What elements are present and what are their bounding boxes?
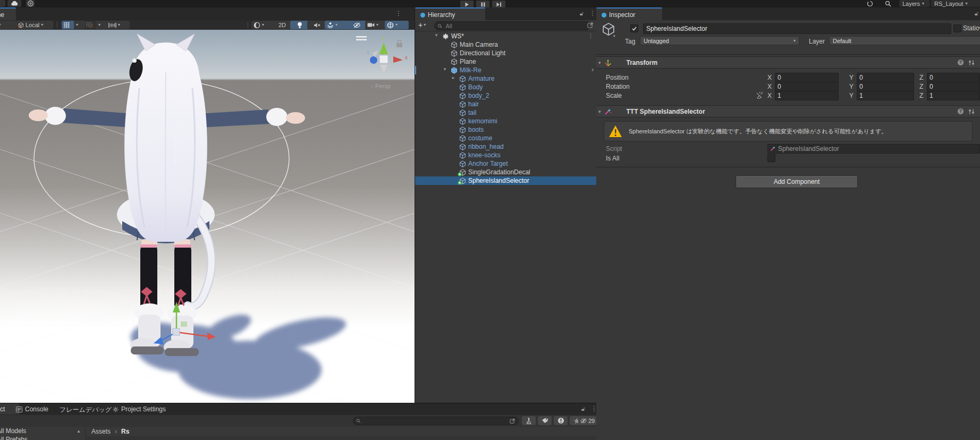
- hierarchy-item-body[interactable]: Body: [415, 83, 597, 91]
- foldout-arrow[interactable]: ▾: [598, 109, 601, 114]
- scene-visibility-toggle[interactable]: [347, 21, 367, 29]
- hierarchy-item-boots[interactable]: boots: [415, 125, 597, 134]
- hierarchy-item-costume[interactable]: costume: [415, 134, 597, 142]
- hierarchy-item-ribbon-head[interactable]: ribbon_head: [415, 142, 597, 151]
- perspective-label[interactable]: ‹ Persp: [371, 83, 391, 89]
- scale-x-input[interactable]: [775, 91, 838, 100]
- project-search[interactable]: [353, 417, 519, 425]
- prefab-open-chevron-icon[interactable]: ›: [592, 66, 594, 73]
- favorites-item-all-prefabs[interactable]: All Prefabs: [0, 435, 85, 440]
- hierarchy-item-ws-[interactable]: ▾WS*⋮: [415, 32, 597, 40]
- lighting-toggle[interactable]: [290, 21, 309, 29]
- 2d-toggle[interactable]: 2D: [273, 21, 292, 29]
- collapse-arrow-icon[interactable]: ▲: [77, 429, 81, 434]
- search-by-label-button[interactable]: [538, 416, 552, 425]
- transform-component-header[interactable]: ▾ Transform ?: [596, 56, 980, 69]
- alert-filter-button[interactable]: [554, 416, 568, 425]
- create-object-button[interactable]: + ▾: [418, 21, 426, 29]
- hierarchy-item-tail[interactable]: tail: [415, 108, 597, 117]
- audio-toggle[interactable]: [307, 21, 326, 29]
- active-checkbox[interactable]: [630, 24, 638, 32]
- cloud-button[interactable]: [7, 0, 21, 7]
- scene-row-kebab-icon[interactable]: ⋮: [588, 32, 594, 39]
- layer-dropdown[interactable]: Default: [829, 36, 980, 45]
- scene-orientation-gizmo[interactable]: y x z: [367, 35, 408, 73]
- scene-menu-kebab-icon[interactable]: ⋮: [395, 10, 402, 16]
- lock-icon[interactable]: 🔓︎: [581, 405, 585, 412]
- hierarchy-item-milk-re[interactable]: ▾Milk-Re›: [415, 66, 597, 74]
- tab-inspector[interactable]: Inspector: [596, 7, 662, 21]
- help-icon[interactable]: ?: [957, 108, 964, 115]
- tab-hierarchy[interactable]: Hierarchy: [415, 7, 485, 21]
- clipped-toolbar-button[interactable]: [0, 0, 5, 7]
- rotation-x-input[interactable]: [775, 82, 838, 91]
- hierarchy-search-input[interactable]: [444, 22, 587, 30]
- scale-y-input[interactable]: [857, 91, 914, 100]
- rotation-z-input[interactable]: [927, 82, 979, 91]
- foldout-arrow[interactable]: ▾: [442, 66, 448, 72]
- presets-icon[interactable]: [968, 108, 975, 115]
- hierarchy-item-main-camera[interactable]: Main Camera: [415, 40, 597, 49]
- gameobject-name-input[interactable]: [644, 24, 951, 33]
- gameobject-name-field[interactable]: [643, 23, 951, 34]
- camera-dropdown[interactable]: ▾: [365, 21, 387, 29]
- foldout-arrow[interactable]: ▾: [598, 60, 601, 65]
- is-all-checkbox[interactable]: [767, 154, 775, 162]
- breadcrumb-current-folder[interactable]: Rs: [121, 428, 129, 435]
- pivot-dropdown[interactable]: Pivot ▾: [0, 21, 16, 29]
- search-by-type-button[interactable]: [522, 416, 536, 425]
- tag-dropdown[interactable]: Untagged ▾: [640, 36, 799, 45]
- services-button[interactable]: [26, 0, 35, 7]
- scale-z-input[interactable]: [927, 91, 979, 100]
- hierarchy-item-plane[interactable]: Plane: [415, 57, 597, 66]
- tab-console[interactable]: Console: [16, 405, 48, 413]
- presets-icon[interactable]: [968, 60, 975, 66]
- undo-history-button[interactable]: [865, 0, 875, 7]
- chevron-down-icon[interactable]: ▾: [613, 34, 615, 38]
- hierarchy-item-kemomimi[interactable]: kemomimi: [415, 117, 597, 125]
- layers-dropdown[interactable]: Layers ▾: [899, 0, 930, 7]
- scene-viewport[interactable]: y x z ‹ Persp: [0, 30, 415, 403]
- link-scale-icon[interactable]: [756, 92, 763, 99]
- foldout-arrow[interactable]: ▾: [433, 32, 440, 38]
- tab-scene[interactable]: Scene: [0, 7, 16, 21]
- foldout-arrow[interactable]: ▸: [450, 75, 457, 80]
- static-checkbox[interactable]: [953, 24, 961, 32]
- hierarchy-item-body-2[interactable]: body_2: [415, 91, 597, 100]
- editor-search-button[interactable]: [883, 0, 893, 7]
- position-x-input[interactable]: [775, 73, 838, 82]
- grid-snap-options[interactable]: ▾: [96, 21, 107, 29]
- snap-increment-dropdown[interactable]: ▾: [106, 21, 130, 29]
- hierarchy-menu-kebab-icon[interactable]: ⋮: [589, 10, 596, 16]
- drag-handle-icon[interactable]: [356, 36, 367, 40]
- ttt-component-header[interactable]: ▾ TTT SphereIslandSelector ?: [596, 105, 980, 117]
- position-z-input[interactable]: [927, 73, 979, 82]
- lock-icon[interactable]: 🔓︎: [580, 10, 584, 17]
- tab-project-settings[interactable]: Project Settings: [113, 405, 166, 413]
- component-tools-dropdown[interactable]: ▾: [385, 21, 409, 29]
- hierarchy-item-hair[interactable]: hair: [415, 100, 597, 108]
- tab-frame-debugger[interactable]: フレームデバッグ: [60, 405, 112, 414]
- lock-icon[interactable]: 🔓︎: [975, 10, 978, 17]
- hierarchy-item-anchor-target[interactable]: Anchor Target: [415, 159, 597, 168]
- rotation-y-input[interactable]: [857, 82, 914, 91]
- hidden-count-button[interactable]: 29: [578, 416, 596, 425]
- maximize-search-icon[interactable]: [510, 418, 516, 424]
- breadcrumb-assets[interactable]: Assets: [91, 428, 111, 435]
- effects-dropdown[interactable]: ▾: [325, 21, 349, 29]
- help-icon[interactable]: ?: [957, 59, 964, 66]
- hierarchy-item-directional-light[interactable]: Directional Light: [415, 49, 597, 57]
- hierarchy-item-sphereislandselector[interactable]: SphereIslandSelector: [415, 176, 597, 185]
- favorites-item-all-models[interactable]: All Models ▲: [0, 427, 85, 435]
- shading-mode-dropdown[interactable]: ▾: [251, 21, 275, 29]
- hierarchy-item-armature[interactable]: ▸Armature: [415, 74, 597, 83]
- position-y-input[interactable]: [857, 73, 914, 82]
- handle-rotation-dropdown[interactable]: Local ▾: [16, 21, 53, 29]
- hierarchy-item-knee-socks[interactable]: knee-socks: [415, 151, 597, 159]
- project-files-area[interactable]: [86, 436, 596, 440]
- script-object-field[interactable]: SphereIslandSelector: [767, 144, 980, 154]
- project-menu-kebab-icon[interactable]: ⋮: [591, 405, 597, 412]
- project-search-input[interactable]: [363, 417, 508, 425]
- add-component-button[interactable]: Add Component: [736, 175, 858, 188]
- hierarchy-search[interactable]: [434, 21, 590, 30]
